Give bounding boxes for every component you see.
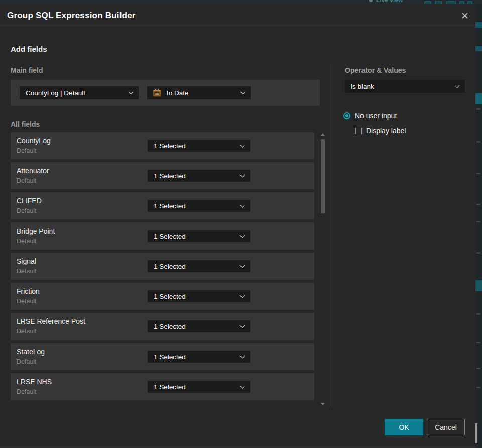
all-fields-label: All fields xyxy=(11,120,40,128)
background-app-top-strip: Live view xyxy=(0,0,482,4)
operator-values-label: Operator & Values xyxy=(345,66,406,74)
field-selection-dropdown[interactable]: 1 Selected xyxy=(148,290,250,302)
field-name: LRSE NHS xyxy=(17,378,52,386)
field-selection-value: 1 Selected xyxy=(154,263,240,270)
display-label-text: Display label xyxy=(366,127,406,135)
field-subtitle: Default xyxy=(17,328,37,335)
field-selection-value: 1 Selected xyxy=(154,172,240,180)
field-name: Signal xyxy=(17,257,36,265)
field-selection-value: 1 Selected xyxy=(154,142,240,150)
display-label-checkbox[interactable]: Display label xyxy=(355,127,406,135)
scrollbar-down-arrow-icon[interactable] xyxy=(321,403,325,405)
field-selection-value: 1 Selected xyxy=(154,383,240,391)
field-row: Bridge Point Default 1 Selected xyxy=(11,222,314,250)
panel-divider xyxy=(332,64,332,407)
chevron-down-icon xyxy=(240,353,245,358)
field-row: LRSE Reference Post Default 1 Selected xyxy=(11,313,314,340)
no-user-input-label: No user input xyxy=(355,111,397,120)
field-selection-value: 1 Selected xyxy=(154,202,240,210)
field-selection-dropdown[interactable]: 1 Selected xyxy=(148,140,250,152)
field-subtitle: Default xyxy=(17,298,37,305)
field-type-dropdown[interactable]: To Date xyxy=(147,86,251,99)
field-row: LRSE NHS Default 1 Selected xyxy=(11,373,314,400)
background-fragment xyxy=(475,46,482,51)
close-icon[interactable]: ✕ xyxy=(461,11,469,20)
background-fragment xyxy=(475,22,482,28)
chevron-down-icon xyxy=(240,172,245,177)
field-row: CountyLog Default 1 Selected xyxy=(11,132,314,159)
chevron-down-icon xyxy=(240,233,245,238)
field-subtitle: Default xyxy=(17,358,37,365)
operator-dropdown[interactable]: is blank xyxy=(345,80,465,93)
field-selection-dropdown[interactable]: 1 Selected xyxy=(148,170,250,182)
fields-list-scrollbar[interactable] xyxy=(320,132,326,406)
chevron-down-icon xyxy=(240,383,245,388)
live-view-dot-icon xyxy=(369,0,373,2)
field-row: CLIFED Default 1 Selected xyxy=(11,192,314,219)
field-name: LRSE Reference Post xyxy=(17,317,85,325)
field-row: Signal Default 1 Selected xyxy=(11,253,314,280)
background-fragment xyxy=(475,93,482,104)
group-sql-expression-builder-dialog: Group SQL Expression Builder ✕ Add field… xyxy=(0,4,475,448)
dialog-titlebar: Group SQL Expression Builder ✕ xyxy=(0,4,475,27)
screen: Live view Group SQL Expression Builder ✕… xyxy=(0,0,482,448)
chevron-down-icon xyxy=(455,83,460,88)
field-subtitle: Default xyxy=(17,207,37,214)
field-subtitle: Default xyxy=(17,147,37,154)
chevron-down-icon xyxy=(240,202,245,207)
background-scrollbar-fragment xyxy=(475,423,477,443)
operator-dropdown-value: is blank xyxy=(351,83,455,90)
calendar-icon xyxy=(153,89,161,97)
field-subtitle: Default xyxy=(17,177,37,184)
field-subtitle: Default xyxy=(17,268,37,275)
chevron-down-icon xyxy=(129,89,134,94)
field-name: CountyLog xyxy=(17,137,51,145)
field-subtitle: Default xyxy=(17,238,37,245)
scrollbar-thumb[interactable] xyxy=(321,139,325,213)
field-selection-value: 1 Selected xyxy=(154,353,240,361)
no-user-input-radio[interactable]: No user input xyxy=(343,111,397,120)
field-name: CLIFED xyxy=(17,197,42,205)
background-app-right-strip xyxy=(475,4,482,448)
ok-button[interactable]: OK xyxy=(385,419,423,435)
field-row: StateLog Default 1 Selected xyxy=(11,343,314,370)
checkbox-unchecked-icon xyxy=(355,128,362,134)
radio-selected-icon xyxy=(343,112,350,119)
dialog-bottom-edge xyxy=(0,446,475,448)
field-name: Attenuator xyxy=(17,167,49,175)
field-row: Friction Default 1 Selected xyxy=(11,283,314,310)
field-name: Bridge Point xyxy=(17,227,55,235)
field-selection-value: 1 Selected xyxy=(154,233,240,240)
field-selection-dropdown[interactable]: 1 Selected xyxy=(148,351,250,363)
cancel-button[interactable]: Cancel xyxy=(427,419,465,435)
field-selection-dropdown[interactable]: 1 Selected xyxy=(148,381,250,393)
field-selection-value: 1 Selected xyxy=(154,323,240,330)
field-row: Attenuator Default 1 Selected xyxy=(11,162,314,189)
field-selection-dropdown[interactable]: 1 Selected xyxy=(148,230,250,242)
main-field-dropdown-value: CountyLog | Default xyxy=(26,89,129,97)
chevron-down-icon xyxy=(240,142,245,147)
live-view-indicator: Live view xyxy=(369,0,403,4)
chevron-down-icon xyxy=(240,89,246,94)
dialog-title: Group SQL Expression Builder xyxy=(7,11,136,21)
background-fragment xyxy=(475,280,482,291)
field-selection-dropdown[interactable]: 1 Selected xyxy=(148,260,250,272)
field-subtitle: Default xyxy=(17,388,37,395)
live-view-label: Live view xyxy=(376,0,403,4)
chevron-down-icon xyxy=(240,263,245,268)
field-type-dropdown-value: To Date xyxy=(165,89,236,97)
main-field-label: Main field xyxy=(11,66,43,74)
section-title-add-fields: Add fields xyxy=(11,45,47,53)
scrollbar-up-arrow-icon[interactable] xyxy=(321,133,325,136)
all-fields-list: CountyLog Default 1 Selected Attenuator … xyxy=(11,132,314,400)
chevron-down-icon xyxy=(240,293,245,298)
field-selection-value: 1 Selected xyxy=(154,293,240,300)
field-name: Friction xyxy=(17,287,40,295)
field-selection-dropdown[interactable]: 1 Selected xyxy=(148,200,250,212)
chevron-down-icon xyxy=(240,323,245,328)
field-selection-dropdown[interactable]: 1 Selected xyxy=(148,320,250,332)
field-name: StateLog xyxy=(17,348,45,356)
main-field-dropdown[interactable]: CountyLog | Default xyxy=(20,86,139,99)
main-field-panel: CountyLog | Default To Date xyxy=(11,80,320,106)
